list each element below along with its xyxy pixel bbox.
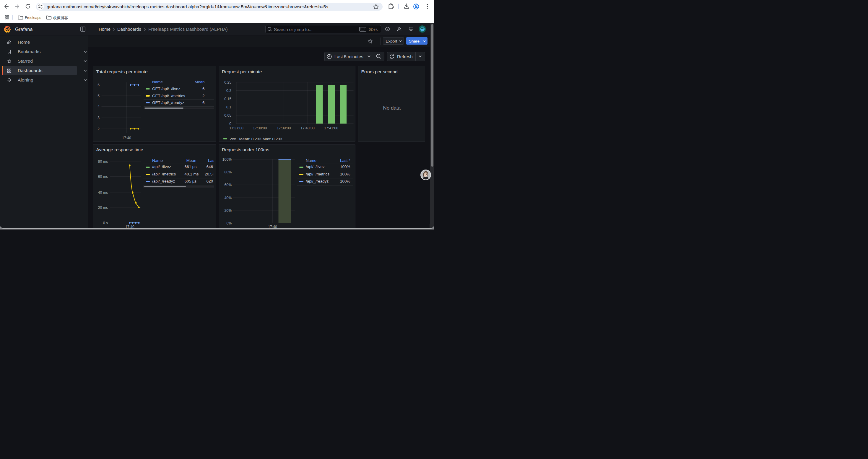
svg-text:0.05: 0.05	[224, 113, 231, 118]
svg-text:17:37:00: 17:37:00	[229, 126, 243, 130]
svg-text:0.2: 0.2	[226, 89, 231, 93]
svg-text:17:41:00: 17:41:00	[324, 126, 338, 130]
svg-text:40 ms: 40 ms	[98, 191, 107, 195]
svg-text:80%: 80%	[224, 170, 231, 174]
svg-text:17:39:00: 17:39:00	[277, 126, 291, 130]
svg-text:20 ms: 20 ms	[98, 205, 107, 210]
svg-text:5: 5	[97, 94, 99, 98]
svg-text:17:40:00: 17:40:00	[301, 126, 315, 130]
svg-text:17:38:00: 17:38:00	[253, 126, 267, 130]
svg-text:3: 3	[97, 116, 99, 120]
svg-text:20%: 20%	[224, 208, 231, 213]
svg-text:80 ms: 80 ms	[98, 160, 107, 164]
svg-text:60%: 60%	[224, 183, 231, 187]
svg-text:40%: 40%	[224, 196, 231, 200]
svg-text:17:40: 17:40	[122, 136, 131, 140]
svg-text:100%: 100%	[222, 157, 231, 162]
svg-text:60 ms: 60 ms	[98, 174, 107, 179]
svg-text:0 s: 0 s	[103, 221, 107, 225]
svg-text:0.25: 0.25	[224, 80, 231, 85]
svg-text:0%: 0%	[226, 221, 231, 225]
svg-text:0: 0	[229, 122, 231, 126]
svg-text:4: 4	[97, 104, 99, 109]
svg-text:2: 2	[97, 127, 99, 131]
svg-text:6: 6	[97, 83, 99, 87]
svg-text:0.15: 0.15	[224, 97, 231, 101]
svg-text:0.1: 0.1	[226, 105, 231, 109]
